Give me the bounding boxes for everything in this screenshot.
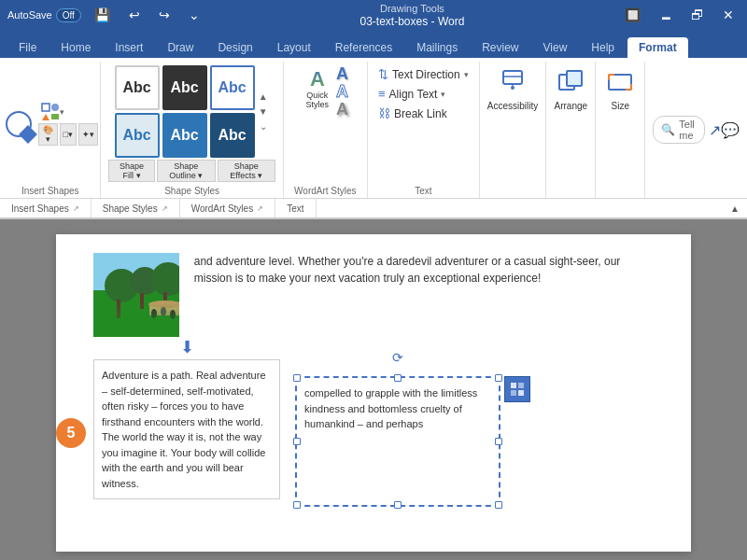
accessibility-label: Accessibility [487, 101, 538, 111]
tab-review[interactable]: Review [471, 37, 529, 58]
tab-home[interactable]: Home [49, 37, 102, 58]
arrange-label: Arrange [555, 101, 588, 111]
content-row: and adventure level. Whether you're a da… [93, 253, 654, 344]
style-boxes-grid: Abc Abc Abc Abc Abc Abc [115, 65, 255, 158]
wordart-styles-label-bottom[interactable]: WordArt Styles ↗ [180, 199, 276, 217]
style-box-4[interactable]: Abc [115, 113, 160, 158]
wordart-top: A QuickStyles A A A [303, 65, 349, 118]
handle-top-mid[interactable] [394, 374, 402, 382]
shape-outline-btn2[interactable]: Shape Outline ▾ [157, 160, 216, 182]
undo-button[interactable]: ↩ [123, 6, 146, 24]
more-button[interactable]: ⌄ [183, 6, 205, 24]
title-bar-right: 🔲 🗕 🗗 ✕ [619, 6, 740, 24]
tab-file[interactable]: File [7, 37, 48, 58]
wordart-styles-bottom-text: WordArt Styles [191, 203, 254, 214]
style-box-1[interactable]: Abc [115, 65, 160, 110]
shape-styles-label-bottom[interactable]: Shape Styles ↗ [92, 199, 180, 217]
handle-bot-right[interactable] [495, 501, 502, 509]
shape-fill-btn2[interactable]: Shape Fill ▾ [108, 160, 154, 182]
style-box-6[interactable]: Abc [210, 113, 255, 158]
handle-top-right[interactable] [495, 374, 502, 382]
tell-me-box[interactable]: 🔍 Tell me [653, 116, 705, 144]
align-text-button[interactable]: ≡ Align Text ▾ [374, 85, 472, 103]
right-textbox-container: ⟳ compelled to grapple with the limitles… [295, 376, 500, 507]
shape-styles-expand-icon: ↗ [162, 204, 168, 213]
close-button[interactable]: ✕ [717, 6, 740, 24]
handle-mid-right[interactable] [495, 438, 502, 445]
left-textbox[interactable]: Adventure is a path. Real adventure – se… [93, 359, 280, 499]
break-link-button[interactable]: ⛓ Break Link [374, 105, 472, 122]
photo-svg [93, 253, 179, 337]
share-button[interactable]: ↗ [709, 121, 721, 139]
svg-point-28 [161, 307, 166, 316]
scroll-up-button[interactable]: ▲ [257, 91, 270, 104]
svg-rect-31 [518, 383, 524, 388]
tab-design[interactable]: Design [206, 37, 263, 58]
shape-styles-label: Shape Styles [164, 182, 219, 196]
text-effects-button[interactable]: A [336, 101, 348, 118]
shape-outline-button[interactable]: □▾ [60, 123, 77, 146]
right-textbox[interactable]: compelled to grapple with the limitless … [295, 376, 500, 507]
title-filename: 03-text-boxes - Word [360, 15, 465, 28]
style-scroll: ▲ ▼ ⌄ [257, 91, 270, 133]
tab-references[interactable]: References [324, 37, 403, 58]
text-fill-button[interactable]: A [336, 65, 348, 82]
tab-format[interactable]: Format [627, 37, 688, 58]
autosave-toggle[interactable]: Off [56, 8, 81, 22]
svg-rect-32 [511, 390, 516, 396]
shape-fill-button[interactable]: 🎨▾ [38, 123, 58, 146]
handle-top-left[interactable] [293, 374, 301, 382]
insert-shapes-group: ▾ 🎨▾ □▾ ✦▾ Insert Shapes [0, 62, 101, 198]
align-text-icon: ≡ [378, 87, 386, 101]
redo-button[interactable]: ↪ [153, 6, 176, 24]
shape-styles-content: Abc Abc Abc Abc Abc Abc ▲ ▼ ⌄ [115, 65, 270, 158]
tell-me-label: Tell me [679, 119, 697, 141]
collapse-ribbon-button[interactable]: ▲ [723, 199, 747, 217]
wordart-content: A QuickStyles A A A [303, 65, 349, 182]
handle-mid-left[interactable] [293, 438, 301, 445]
tab-insert[interactable]: Insert [104, 37, 154, 58]
textbox-area: 5 ⬇ Adventure is a path. Real adventure … [93, 359, 654, 507]
autosave-label: AutoSave [7, 9, 52, 21]
style-box-2[interactable]: Abc [162, 65, 207, 110]
scroll-down-button[interactable]: ▼ [257, 105, 270, 119]
wordart-styles-expand-icon: ↗ [257, 204, 263, 213]
shape-effects-button[interactable]: ✦▾ [78, 123, 98, 146]
tab-help[interactable]: Help [580, 37, 626, 58]
handle-bot-left[interactable] [293, 501, 301, 509]
restore-button[interactable]: 🗗 [685, 6, 710, 24]
file-name: Drawing Tools 03-text-boxes - Word [205, 3, 619, 28]
tab-layout[interactable]: Layout [266, 37, 322, 58]
arrange-group[interactable]: Arrange [546, 62, 596, 198]
rotate-handle[interactable]: ⟳ [392, 350, 403, 365]
style-box-3[interactable]: Abc [210, 65, 255, 110]
shape-effects-btn2[interactable]: Shape Effects ▾ [218, 160, 275, 182]
break-link-label: Break Link [394, 107, 447, 120]
size-group[interactable]: Size [596, 62, 645, 198]
accessibility-group[interactable]: Accessibility [480, 62, 546, 198]
text-label-bottom[interactable]: Text [275, 199, 316, 217]
body-text: and adventure level. Whether you're a da… [194, 253, 654, 344]
expand-styles-button[interactable]: ⌄ [257, 120, 270, 133]
tab-view[interactable]: View [532, 37, 579, 58]
shapes-button[interactable]: ▾ [38, 102, 98, 122]
tab-mailings[interactable]: Mailings [405, 37, 469, 58]
ribbon-display-button[interactable]: 🔲 [619, 6, 646, 24]
handle-bot-mid[interactable] [394, 501, 402, 509]
text-direction-button[interactable]: ⇅ Text Direction ▾ [374, 65, 472, 83]
svg-point-6 [511, 86, 514, 90]
title-bar-left: AutoSave Off 💾 ↩ ↪ ⌄ [7, 6, 205, 24]
layout-options-button[interactable] [504, 376, 530, 402]
minimize-button[interactable]: 🗕 [654, 6, 678, 24]
style-boxes: Abc Abc Abc Abc Abc Abc ▲ ▼ ⌄ [115, 65, 270, 158]
align-text-arrow: ▾ [441, 90, 445, 99]
save-button[interactable]: 💾 [89, 6, 116, 24]
text-outline-button[interactable]: A [336, 83, 348, 100]
tab-draw[interactable]: Draw [156, 37, 204, 58]
shape-styles-bottom-text: Shape Styles [103, 203, 158, 214]
comments-button[interactable]: 💬 [721, 121, 740, 139]
quick-styles-button[interactable]: A QuickStyles [303, 65, 333, 112]
style-box-5[interactable]: Abc [162, 113, 207, 158]
svg-rect-30 [511, 383, 516, 388]
insert-shapes-label-bottom[interactable]: Insert Shapes ↗ [0, 199, 92, 217]
